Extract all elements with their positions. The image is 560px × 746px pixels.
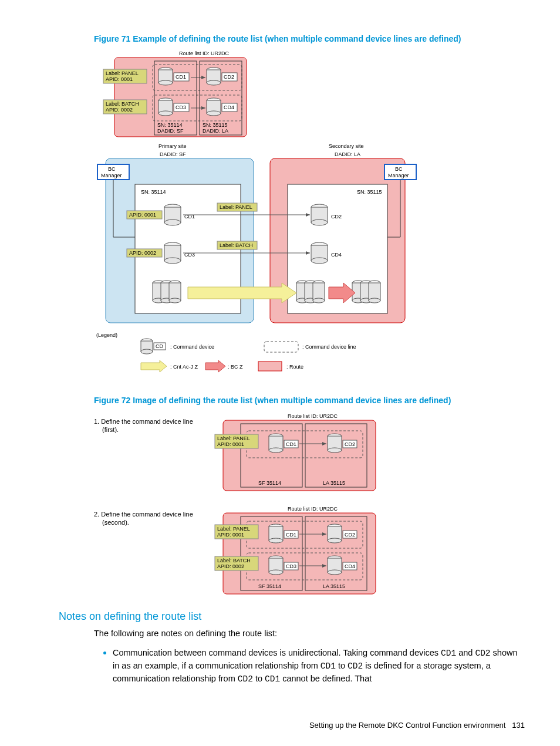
svg-point-28 xyxy=(207,111,221,116)
svg-text:SN: 35115: SN: 35115 xyxy=(357,189,382,195)
svg-point-167 xyxy=(269,538,283,543)
svg-text:APID: 0002: APID: 0002 xyxy=(217,563,244,569)
notes-bullet-1: Communication between command devices is… xyxy=(113,646,525,686)
svg-point-23 xyxy=(158,111,173,116)
svg-text:2. Define the command device l: 2. Define the command device line xyxy=(94,511,193,518)
svg-text:CD2: CD2 xyxy=(331,214,342,220)
svg-text:APID: 0001: APID: 0001 xyxy=(129,212,156,218)
svg-text:(second).: (second). xyxy=(102,519,129,526)
svg-text:Label: PANEL: Label: PANEL xyxy=(106,70,139,76)
svg-text:Label: BATCH: Label: BATCH xyxy=(220,242,253,248)
svg-point-72 xyxy=(164,258,181,264)
svg-text:CD2: CD2 xyxy=(345,441,355,447)
figure72-caption: Figure 72 Image of defining the route li… xyxy=(94,396,525,405)
svg-text:: Cnt Ac-J Z: : Cnt Ac-J Z xyxy=(170,364,198,370)
svg-text:Route list ID: UR2DC: Route list ID: UR2DC xyxy=(288,413,338,419)
svg-point-68 xyxy=(164,220,181,225)
svg-rect-126 xyxy=(258,362,282,371)
svg-text:BC: BC xyxy=(395,166,403,172)
svg-text:1. Define the command device l: 1. Define the command device line xyxy=(94,418,193,425)
svg-text:APID: 0001: APID: 0001 xyxy=(217,441,244,447)
svg-marker-122 xyxy=(141,360,167,372)
svg-text:SF 35114: SF 35114 xyxy=(258,480,281,486)
svg-text:APID: 0002: APID: 0002 xyxy=(106,107,133,113)
svg-text:(Legend): (Legend) xyxy=(96,332,117,338)
svg-text:CD1: CD1 xyxy=(286,441,296,447)
svg-text:CD4: CD4 xyxy=(345,563,355,569)
svg-text:Route list ID: UR2DC: Route list ID: UR2DC xyxy=(288,506,338,512)
svg-text:Manager: Manager xyxy=(388,173,409,178)
notes-intro: The following are notes on defining the … xyxy=(94,627,525,640)
svg-point-177 xyxy=(269,570,283,575)
svg-text:: Command device line: : Command device line xyxy=(302,344,356,350)
svg-text:SN: 35114: SN: 35114 xyxy=(141,189,166,195)
svg-point-140 xyxy=(269,448,283,453)
svg-text:Manager: Manager xyxy=(101,173,122,178)
svg-text:APID: 0001: APID: 0001 xyxy=(217,532,244,538)
svg-point-17 xyxy=(207,80,221,85)
svg-text:CD2: CD2 xyxy=(224,74,234,80)
svg-rect-120 xyxy=(264,342,298,352)
svg-text:LA 35115: LA 35115 xyxy=(323,480,345,486)
figure71-diagram: Route list ID: UR2DC Label: PANEL APID: … xyxy=(94,49,525,384)
svg-text:CD4: CD4 xyxy=(331,252,342,258)
svg-point-145 xyxy=(328,448,342,453)
svg-text:Label: PANEL: Label: PANEL xyxy=(217,526,250,532)
svg-text:SN: 35114: SN: 35114 xyxy=(157,122,183,128)
svg-text:APID: 0002: APID: 0002 xyxy=(129,250,156,256)
svg-text:Secondary site: Secondary site xyxy=(329,143,364,149)
svg-text:CD4: CD4 xyxy=(224,104,234,110)
svg-text:DADID: SF: DADID: SF xyxy=(157,128,184,134)
svg-text:(first).: (first). xyxy=(102,426,119,433)
svg-point-110 xyxy=(369,298,380,303)
svg-text:: BC Z: : BC Z xyxy=(228,364,243,370)
svg-point-116 xyxy=(141,349,153,354)
svg-text:CD: CD xyxy=(156,343,163,349)
svg-point-12 xyxy=(158,80,173,85)
figure71-caption: Figure 71 Example of defining the route … xyxy=(94,34,525,43)
svg-text:Route list ID: UR2DC: Route list ID: UR2DC xyxy=(179,50,230,56)
svg-text:APID: 0001: APID: 0001 xyxy=(106,76,133,82)
svg-text:: Route: : Route xyxy=(286,364,303,370)
svg-point-92 xyxy=(169,298,181,303)
svg-text:CD2: CD2 xyxy=(345,532,355,538)
svg-text:SF 35114: SF 35114 xyxy=(258,583,281,589)
svg-text:CD3: CD3 xyxy=(286,563,296,569)
svg-text:CD1: CD1 xyxy=(286,532,296,538)
svg-text:DADID: LA: DADID: LA xyxy=(335,151,360,157)
svg-point-80 xyxy=(311,258,328,264)
svg-text:DADID: LA: DADID: LA xyxy=(203,128,228,134)
svg-point-182 xyxy=(328,570,342,575)
svg-text:Primary site: Primary site xyxy=(158,143,187,149)
svg-text:Label: PANEL: Label: PANEL xyxy=(217,436,250,441)
svg-text:Label: BATCH: Label: BATCH xyxy=(217,558,251,563)
svg-text:Label: BATCH: Label: BATCH xyxy=(106,101,139,107)
svg-text:BC: BC xyxy=(108,166,116,172)
svg-point-76 xyxy=(311,220,328,225)
figure72-diagram: 1. Define the command device line (first… xyxy=(94,411,525,599)
svg-point-172 xyxy=(328,538,342,543)
notes-title: Notes on defining the route list xyxy=(59,610,525,623)
svg-text:CD3: CD3 xyxy=(176,104,186,110)
svg-text:CD1: CD1 xyxy=(176,74,186,80)
notes-list: Communication between command devices is… xyxy=(100,646,525,686)
svg-text:Label: PANEL: Label: PANEL xyxy=(220,204,252,210)
svg-text:LA 35115: LA 35115 xyxy=(323,583,345,589)
svg-marker-124 xyxy=(205,360,225,372)
svg-text:SN: 35115: SN: 35115 xyxy=(203,122,228,128)
svg-point-101 xyxy=(313,298,325,303)
svg-text:DADID: SF: DADID: SF xyxy=(160,151,186,157)
svg-text:: Command device: : Command device xyxy=(170,344,214,350)
page-footer: Setting up the Remote DKC Control Functi… xyxy=(35,721,525,730)
